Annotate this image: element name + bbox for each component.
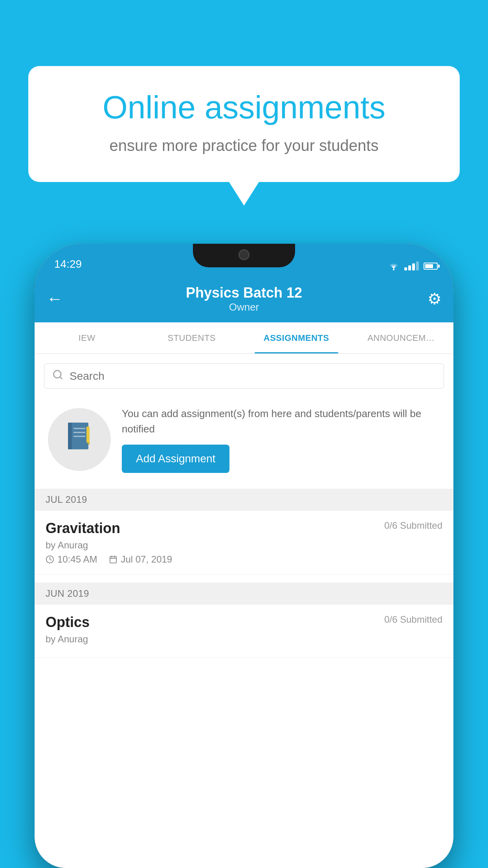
- batch-title: Physics Batch 12: [186, 284, 302, 301]
- assignment-top: Gravitation 0/6 Submitted: [46, 520, 442, 537]
- assignment-top-optics: Optics 0/6 Submitted: [46, 614, 442, 631]
- header-title-area: Physics Batch 12 Owner: [186, 284, 302, 313]
- speech-bubble-container: Online assignments ensure more practice …: [28, 66, 460, 206]
- tab-announcements[interactable]: ANNOUNCEM…: [349, 322, 454, 353]
- battery-icon: [424, 263, 438, 270]
- assignment-promo: You can add assignment(s) from here and …: [44, 398, 444, 481]
- camera: [238, 249, 250, 260]
- svg-rect-11: [110, 557, 117, 563]
- section-header-jul: JUL 2019: [35, 489, 453, 511]
- bubble-pointer: [229, 182, 259, 206]
- assignment-submitted-gravitation: 0/6 Submitted: [384, 520, 442, 531]
- tab-bar: IEW STUDENTS ASSIGNMENTS ANNOUNCEM…: [35, 322, 453, 354]
- assignment-item-optics[interactable]: Optics 0/6 Submitted by Anurag: [35, 605, 453, 658]
- assignment-time-gravitation: 10:45 AM: [46, 554, 97, 565]
- tab-assignments[interactable]: ASSIGNMENTS: [244, 322, 349, 353]
- section-header-jun: JUN 2019: [35, 583, 453, 605]
- add-assignment-button[interactable]: Add Assignment: [122, 445, 229, 473]
- promo-description: You can add assignment(s) from here and …: [122, 406, 440, 437]
- phone-frame: 14:29: [35, 244, 453, 868]
- assignment-author-gravitation: by Anurag: [46, 540, 442, 551]
- signal-icon: [404, 261, 419, 270]
- calendar-icon: [109, 555, 117, 564]
- notebook-icon: [65, 421, 94, 458]
- svg-point-0: [393, 269, 394, 270]
- bubble-subtitle: ensure more practice for your students: [56, 137, 432, 154]
- bubble-title: Online assignments: [56, 90, 432, 125]
- assignment-meta-gravitation: 10:45 AM Jul 07, 2019: [46, 554, 442, 565]
- assignment-title-optics: Optics: [46, 614, 90, 631]
- assignment-submitted-optics: 0/6 Submitted: [384, 614, 442, 625]
- assignment-date-gravitation: Jul 07, 2019: [109, 554, 172, 565]
- speech-bubble: Online assignments ensure more practice …: [28, 66, 460, 182]
- assignment-title-gravitation: Gravitation: [46, 520, 120, 537]
- tab-overview[interactable]: IEW: [35, 322, 139, 353]
- search-bar[interactable]: [44, 363, 444, 389]
- status-icons: [388, 261, 438, 270]
- tab-students[interactable]: STUDENTS: [139, 322, 244, 353]
- settings-button[interactable]: ⚙: [427, 290, 442, 308]
- assignment-item-gravitation[interactable]: Gravitation 0/6 Submitted by Anurag 10:4…: [35, 511, 453, 575]
- app-header: ← Physics Batch 12 Owner ⚙: [35, 275, 453, 322]
- svg-rect-8: [86, 427, 90, 442]
- search-input[interactable]: [70, 370, 436, 383]
- back-button[interactable]: ←: [46, 289, 63, 308]
- promo-text-area: You can add assignment(s) from here and …: [122, 406, 440, 473]
- phone-screen: 14:29: [35, 244, 453, 868]
- promo-icon-circle: [48, 408, 111, 471]
- content-area: You can add assignment(s) from here and …: [35, 354, 453, 868]
- batch-subtitle: Owner: [186, 301, 302, 313]
- svg-rect-4: [68, 423, 72, 449]
- clock-icon: [46, 555, 54, 564]
- search-icon: [52, 369, 63, 383]
- assignment-author-optics: by Anurag: [46, 634, 442, 645]
- svg-line-2: [60, 377, 62, 379]
- phone-notch: [213, 244, 275, 265]
- wifi-icon: [388, 262, 400, 270]
- status-time: 14:29: [50, 258, 82, 270]
